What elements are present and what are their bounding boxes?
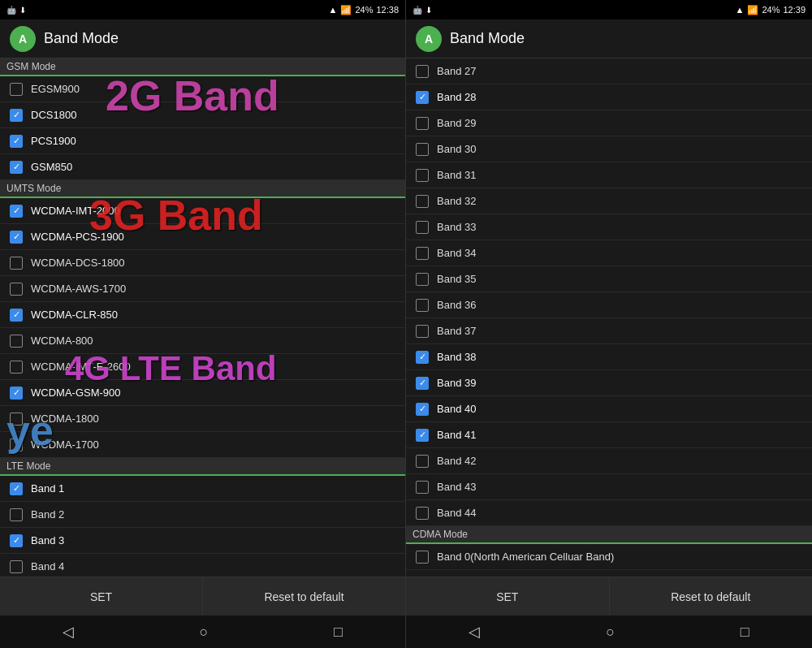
label-wcdma-clr850: WCDMA-CLR-850 <box>31 309 118 321</box>
list-item[interactable]: Band 44 <box>406 500 812 526</box>
checkbox-pcs1900[interactable] <box>10 135 23 148</box>
checkbox-band38[interactable] <box>416 351 429 364</box>
checkbox-band33[interactable] <box>416 221 429 234</box>
nav-back-right[interactable]: ◁ <box>469 623 480 641</box>
list-item[interactable]: Band 41 <box>406 422 812 448</box>
nav-home-right[interactable]: ○ <box>606 624 615 641</box>
list-item[interactable]: WCDMA-DCS-1800 <box>0 250 405 276</box>
list-item[interactable]: DCS1800 <box>0 102 405 128</box>
list-item[interactable]: Band 1(North American PCS band) <box>406 570 812 577</box>
checkbox-egsm900[interactable] <box>10 83 23 96</box>
list-item[interactable]: Band 33 <box>406 214 812 240</box>
download-icon: ⬇ <box>19 6 26 15</box>
checkbox-wcdma-imt2000[interactable] <box>10 205 23 218</box>
checkbox-wcdma-aws1700[interactable] <box>10 283 23 296</box>
checkbox-band42[interactable] <box>416 455 429 468</box>
nav-home-left[interactable]: ○ <box>200 624 209 641</box>
checkbox-band32[interactable] <box>416 195 429 208</box>
checkbox-band40[interactable] <box>416 403 429 416</box>
label-band38: Band 38 <box>437 351 476 363</box>
section-gsm: GSM Mode <box>0 58 405 76</box>
label-band1: Band 1 <box>31 482 64 495</box>
list-item[interactable]: Band 40 <box>406 396 812 422</box>
list-item[interactable]: WCDMA-GSM-900 <box>0 380 405 406</box>
list-item[interactable]: Band 42 <box>406 448 812 474</box>
title-bar-left: A Band Mode <box>0 19 405 58</box>
list-item[interactable]: WCDMA-AWS-1700 <box>0 276 405 302</box>
checkbox-band3[interactable] <box>10 534 23 547</box>
list-item[interactable]: Band 0(North American Celluar Band) <box>406 544 812 570</box>
set-button-left[interactable]: SET <box>0 577 203 616</box>
list-item[interactable]: Band 1 <box>0 476 405 502</box>
list-item[interactable]: WCDMA-IMT-E-2600 <box>0 354 405 380</box>
checkbox-band41[interactable] <box>416 429 429 442</box>
checkbox-band28[interactable] <box>416 91 429 104</box>
checkbox-wcdma-clr850[interactable] <box>10 309 23 322</box>
label-band27: Band 27 <box>437 65 476 77</box>
signal-icon-right: ▲ <box>736 5 745 15</box>
content-right[interactable]: Band 27 Band 28 Band 29 Band 30 Band 31 … <box>406 58 812 577</box>
list-item[interactable]: WCDMA-1700 <box>0 432 405 458</box>
list-item[interactable]: Band 34 <box>406 240 812 266</box>
checkbox-band31[interactable] <box>416 169 429 182</box>
nav-recent-right[interactable]: □ <box>741 624 749 641</box>
list-item[interactable]: Band 36 <box>406 292 812 318</box>
checkbox-wcdma-1800[interactable] <box>10 413 23 426</box>
checkbox-band44[interactable] <box>416 507 429 520</box>
checkbox-gsm850[interactable] <box>10 161 23 174</box>
checkbox-band43[interactable] <box>416 481 429 494</box>
checkbox-wcdma-pcs1900[interactable] <box>10 231 23 244</box>
list-item[interactable]: Band 4 <box>0 554 405 577</box>
checkbox-band34[interactable] <box>416 247 429 260</box>
checkbox-band1[interactable] <box>10 482 23 495</box>
list-item[interactable]: Band 38 <box>406 344 812 370</box>
status-right-left-icons: 🤖 ⬇ <box>412 6 432 15</box>
checkbox-band36[interactable] <box>416 299 429 312</box>
checkbox-band2[interactable] <box>10 508 23 521</box>
list-item[interactable]: WCDMA-CLR-850 <box>0 302 405 328</box>
list-item[interactable]: Band 37 <box>406 318 812 344</box>
checkbox-wcdma-dcs1800[interactable] <box>10 257 23 270</box>
list-item[interactable]: Band 2 <box>0 502 405 528</box>
checkbox-wcdma-1700[interactable] <box>10 438 23 451</box>
checkbox-wcdma-800[interactable] <box>10 335 23 348</box>
list-item[interactable]: Band 29 <box>406 110 812 136</box>
list-item[interactable]: Band 28 <box>406 84 812 110</box>
checkbox-dcs1800[interactable] <box>10 109 23 122</box>
checkbox-wcdma-imt-e2600[interactable] <box>10 361 23 374</box>
list-item[interactable]: WCDMA-800 <box>0 328 405 354</box>
list-item[interactable]: EGSM900 <box>0 76 405 102</box>
checkbox-band37[interactable] <box>416 325 429 338</box>
list-item[interactable]: PCS1900 <box>0 128 405 154</box>
checkbox-band39[interactable] <box>416 377 429 390</box>
list-item[interactable]: Band 27 <box>406 58 812 84</box>
list-item[interactable]: Band 32 <box>406 188 812 214</box>
content-left[interactable]: GSM Mode EGSM900 DCS1800 PCS1900 GSM850 … <box>0 58 405 577</box>
list-item[interactable]: WCDMA-1800 <box>0 406 405 432</box>
set-button-right[interactable]: SET <box>406 577 610 616</box>
list-item[interactable]: Band 39 <box>406 370 812 396</box>
list-item[interactable]: Band 30 <box>406 136 812 162</box>
list-item[interactable]: Band 35 <box>406 266 812 292</box>
checkbox-band30[interactable] <box>416 143 429 156</box>
checkbox-band27[interactable] <box>416 65 429 78</box>
checkbox-band35[interactable] <box>416 273 429 286</box>
list-item[interactable]: Band 31 <box>406 162 812 188</box>
list-item[interactable]: GSM850 <box>0 154 405 180</box>
section-umts: UMTS Mode <box>0 180 405 198</box>
reset-button-right[interactable]: Reset to default <box>610 577 813 616</box>
list-item[interactable]: WCDMA-PCS-1900 <box>0 224 405 250</box>
list-item[interactable]: WCDMA-IMT-2000 <box>0 198 405 224</box>
nav-back-left[interactable]: ◁ <box>63 623 74 641</box>
label-band30: Band 30 <box>437 143 476 155</box>
nav-recent-left[interactable]: □ <box>334 624 343 641</box>
checkbox-band4[interactable] <box>10 560 23 573</box>
checkbox-band29[interactable] <box>416 117 429 130</box>
left-panel: 2G Band 3G Band 4G LTE Band ye 🤖 ⬇ ▲ 📶 2… <box>0 0 406 648</box>
list-item[interactable]: Band 43 <box>406 474 812 500</box>
reset-button-left[interactable]: Reset to default <box>203 577 405 616</box>
checkbox-wcdma-gsm900[interactable] <box>10 387 23 400</box>
checkbox-cdma-band0[interactable] <box>416 551 429 564</box>
list-item[interactable]: Band 3 <box>0 528 405 554</box>
label-wcdma-imt-e2600: WCDMA-IMT-E-2600 <box>31 361 131 373</box>
